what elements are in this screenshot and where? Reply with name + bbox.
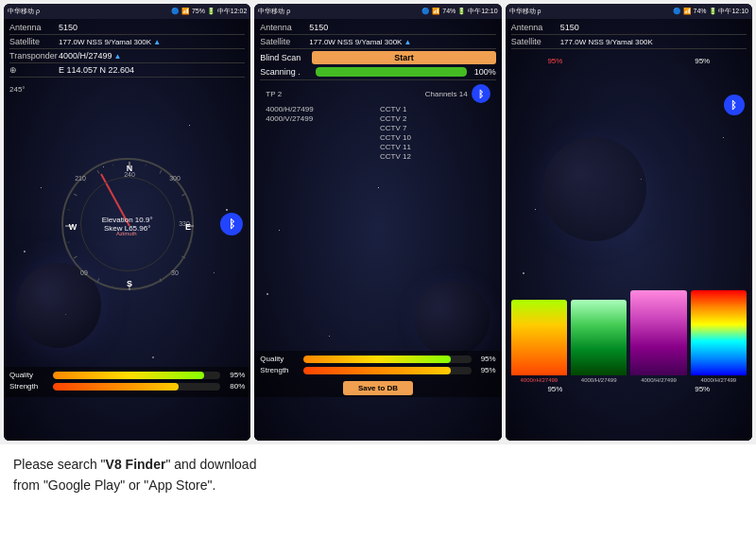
quality-label-1: Quality <box>9 371 49 379</box>
strength-pct-1: 80% <box>224 382 245 390</box>
blind-scan-row: Blind Scan Start <box>260 51 495 64</box>
transponder-item-1: 4000/H/27499 <box>266 105 376 113</box>
svg-line-18 <box>112 286 113 288</box>
bluetooth-icon-1[interactable]: ᛒ <box>220 213 243 235</box>
start-button[interactable]: Start <box>312 51 495 64</box>
svg-line-5 <box>181 194 184 196</box>
bluetooth-icon-3[interactable]: ᛒ <box>724 95 745 115</box>
strength-fill-1 <box>53 383 179 390</box>
location-value-1: E 114.057 N 22.604 <box>59 65 134 75</box>
scanning-pct: 100% <box>474 67 496 77</box>
tp-section: TP 2 Channels 14 ᛒ 4000/H/27499 4000/V/2… <box>254 84 501 351</box>
quality-row-1: Quality 95% <box>9 371 245 379</box>
info-section-2: Antenna 5150 Satellite 177.0W NSS 9/Yama… <box>254 19 501 84</box>
antenna-value-1: 5150 <box>59 23 77 32</box>
footer-text: Please search "V8 Finder" and downloadfr… <box>0 444 756 504</box>
channel-cctv1: CCTV 1 <box>380 105 490 113</box>
svg-line-6 <box>181 256 184 258</box>
quality-label-2: Quality <box>260 355 300 363</box>
channel-cctv2: CCTV 2 <box>380 114 490 123</box>
screen-content-1: Antenna 5150 Satellite 177.0W NSS 9/Yama… <box>4 19 250 441</box>
strength-track-2 <box>303 367 471 374</box>
svg-text:09: 09 <box>80 269 88 276</box>
channel-cctv11: CCTV 11 <box>380 143 490 151</box>
scanning-fill <box>316 67 466 77</box>
strength-label-1: Strength <box>9 382 49 390</box>
svg-text:E: E <box>185 222 191 232</box>
bar-item-2: 4000/H/27499 <box>571 300 627 383</box>
satellite-label-1: Satellite <box>9 37 59 46</box>
arrow-icon-2: ▲ <box>404 38 411 46</box>
phone-screen-1: 中华移动 ρ 🔵 📶 75% 🔋 中午12:02 <box>4 4 250 441</box>
save-to-db-button[interactable]: Save to DB <box>343 381 413 395</box>
svg-line-17 <box>145 286 146 288</box>
status-right-2: 🔵 📶 74% 🔋 中午12:10 <box>421 7 497 16</box>
antenna-label-2: Antenna <box>260 23 309 32</box>
channel-cctv12: CCTV 12 <box>380 152 490 161</box>
antenna-row-1: Antenna 5150 <box>9 23 245 32</box>
strength-row-1: Strength 80% <box>9 382 245 390</box>
strength-track-1 <box>53 383 220 390</box>
antenna-value-3: 5150 <box>560 23 579 32</box>
bar-item-4: 4000/H/27499 <box>691 290 747 383</box>
svg-line-9 <box>74 256 77 258</box>
divider-3a <box>511 34 747 35</box>
antenna-label-3: Antenna <box>511 23 560 32</box>
strength-pct-2: 95% <box>475 366 496 374</box>
svg-line-7 <box>160 278 162 281</box>
satellite-row-1: Satellite 177.0W NSS 9/Yamal 300K ▲ <box>9 37 245 46</box>
tp-label: TP 2 <box>266 90 367 98</box>
antenna-row-2: Antenna 5150 <box>260 23 495 32</box>
transponders-list: 4000/H/27499 4000/V/27499 <box>266 105 376 162</box>
location-icon-1: ⊕ <box>9 65 59 75</box>
svg-text:S: S <box>127 279 132 288</box>
channels-list: CCTV 1 CCTV 2 CCTV 7 CCTV 10 CCTV 11 CCT… <box>380 105 490 162</box>
tp-header-row: TP 2 Channels 14 ᛒ <box>260 84 495 103</box>
phone-screen-2: 中华移动 ρ 🔵 📶 74% 🔋 中午12:10 Antenna <box>254 4 501 441</box>
bar-label-4: 4000/H/27499 <box>700 377 736 383</box>
svg-text:30: 30 <box>171 269 179 276</box>
pct-bot-2: 95% <box>673 385 731 393</box>
bar-label-1: 4000/rH/27499 <box>520 377 558 383</box>
elevation-label-1: Elevation 10.9° <box>102 216 153 224</box>
svg-line-8 <box>97 278 99 281</box>
bar-label-3: 4000/H/27499 <box>641 377 677 383</box>
bar-label-2: 4000/H/27499 <box>581 377 617 383</box>
svg-line-14 <box>188 209 191 210</box>
quality-track-2 <box>303 356 471 363</box>
arrow-icon-1: ▲ <box>153 38 161 46</box>
bottom-bars-2: Quality 95% Strength 95% <box>254 351 501 397</box>
svg-line-20 <box>67 242 70 243</box>
pct-top-2: 95% <box>673 57 731 65</box>
svg-line-11 <box>97 170 99 173</box>
scanning-row: Scanning . 100% <box>260 67 495 77</box>
quality-row-2: Quality 95% <box>260 355 495 363</box>
divider-1b <box>9 48 245 49</box>
quality-track-1 <box>53 372 220 379</box>
divider-1c <box>9 62 245 63</box>
divider-2a <box>260 34 495 35</box>
svg-text:300: 300 <box>169 175 180 182</box>
quality-pct-2: 95% <box>475 355 496 363</box>
divider-3b <box>511 48 747 49</box>
pct-bot-1: 95% <box>525 385 584 393</box>
satellite-label-3: Satellite <box>511 37 560 46</box>
scanning-label: Scanning . <box>260 67 312 77</box>
strength-fill-2 <box>303 367 451 374</box>
strength-label-2: Strength <box>260 366 300 374</box>
strength-row-2: Strength 95% <box>260 366 495 374</box>
svg-line-4 <box>160 170 162 173</box>
antenna-value-2: 5150 <box>309 23 328 32</box>
satellite-label-2: Satellite <box>260 37 309 46</box>
svg-line-23 <box>112 164 113 166</box>
svg-line-12 <box>145 164 146 166</box>
satellite-value-1: 177.0W NSS 9/Yamal 300K <box>59 38 151 46</box>
bluetooth-icon-2[interactable]: ᛒ <box>472 84 490 103</box>
transponder-item-2: 4000/V/27499 <box>266 114 376 123</box>
transponder-label-1: Transponder <box>9 51 59 61</box>
antenna-label-1: Antenna <box>9 23 59 32</box>
skew-label-1: Skew L65.96° <box>102 224 153 233</box>
satellite-row-3: Satellite 177.0W NSS 9/Yamal 300K <box>511 37 747 46</box>
bottom-pct-row: 95% 95% <box>511 385 747 393</box>
screen-content-3: Antenna 5150 Satellite 177.0W NSS 9/Yama… <box>506 19 752 441</box>
